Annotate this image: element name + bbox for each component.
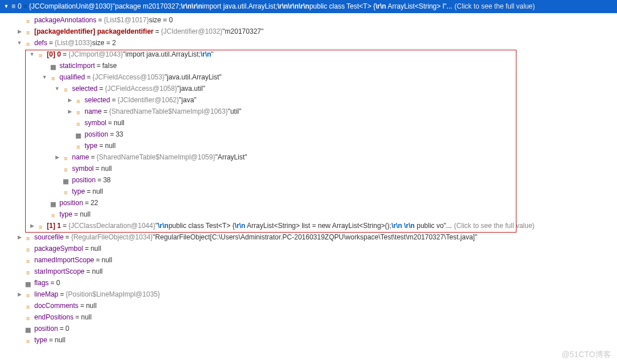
field-icon xyxy=(24,28,32,35)
field-icon xyxy=(24,234,32,241)
tree-row[interactable]: ▶[packageIdentifier] packageIdentifier =… xyxy=(0,26,617,37)
field-name: name xyxy=(85,106,102,117)
tree-row[interactable]: position = 38 xyxy=(0,174,617,186)
tree-row[interactable]: endPositions = null xyxy=(0,311,617,323)
tree-row[interactable]: namedImportScope = null xyxy=(0,254,617,266)
tree-row[interactable]: symbol = null xyxy=(0,163,617,174)
tree-row[interactable]: ▼qualified = {JCFieldAccess@1053} "java.… xyxy=(0,71,617,83)
field-name: type xyxy=(85,141,98,151)
field-icon xyxy=(74,97,82,103)
equals-sign: = xyxy=(75,312,79,323)
equals-sign: = xyxy=(60,289,64,300)
expand-toggle[interactable]: ▶ xyxy=(54,153,61,161)
tree-row[interactable]: ▼[0] 0 = {JCImport@1043} "import java.ut… xyxy=(0,49,617,60)
equals-sign: = xyxy=(85,243,89,254)
field-name: namedImportScope xyxy=(34,255,94,266)
field-icon xyxy=(49,211,57,218)
collapse-toggle[interactable]: ▼ xyxy=(54,85,61,93)
expand-toggle[interactable]: ▶ xyxy=(66,96,73,104)
field-value: false xyxy=(102,61,117,71)
field-value: 38 xyxy=(103,175,110,186)
field-name: selected xyxy=(85,95,110,106)
equals-sign: = xyxy=(85,198,89,209)
field-value: 33 xyxy=(115,129,123,140)
tree-row[interactable]: type = null xyxy=(0,140,617,151)
tree-row[interactable]: flags = 0 xyxy=(0,277,617,289)
equals-sign: = xyxy=(63,49,67,60)
tree-row[interactable]: position = 0 xyxy=(0,323,617,334)
field-name: position xyxy=(85,129,108,140)
tree-row[interactable]: ▶name = {SharedNameTable$NameImpl@1063} … xyxy=(0,106,617,117)
equals-sign: = xyxy=(59,323,63,334)
field-name: type xyxy=(34,335,47,346)
collapse-toggle[interactable]: ▼ xyxy=(16,39,23,47)
tree-body: packageAnnotations = {List$1@1017} size … xyxy=(0,13,617,347)
tree-row[interactable]: ▶lineMap = {Position$LineMapImpl@1035} xyxy=(0,289,617,300)
tree-row[interactable]: type = null xyxy=(0,334,617,346)
field-value: null xyxy=(55,335,66,346)
tree-row[interactable]: ▶[1] 1 = {JCClassDeclaration@1044} "\r\n… xyxy=(0,220,617,231)
field-value: null xyxy=(86,301,97,311)
root-value: "package m20170327;\r\n\r\nimport java.u… xyxy=(113,1,452,12)
expand-toggle[interactable]: ▶ xyxy=(66,107,73,115)
tree-row[interactable]: ▼defs = {List@1033} size = 2 xyxy=(0,37,617,49)
object-ref: {JCImport@1043} xyxy=(69,49,123,60)
expand-toggle[interactable]: ▼ xyxy=(3,2,9,10)
field-value: "java.util" xyxy=(177,83,205,94)
full-value-hint[interactable]: (Click to see the full value) xyxy=(455,1,535,12)
field-value: "import java.util.ArrayList;\r\n" xyxy=(123,49,214,60)
field-name: symbol xyxy=(85,118,106,129)
tree-row[interactable]: type = null xyxy=(0,186,617,197)
collapse-toggle[interactable]: ▼ xyxy=(41,73,48,81)
field-value: "m20170327" xyxy=(222,26,263,37)
object-ref: {List$1@1017} xyxy=(104,15,149,26)
tree-row[interactable]: ▶selected = {JCIdentifier@1062} "java" xyxy=(0,94,617,106)
expand-toggle[interactable]: ▶ xyxy=(16,290,23,298)
field-name: staticImport xyxy=(59,61,95,71)
tree-row[interactable]: type = null xyxy=(0,209,617,220)
equals-sign: = xyxy=(23,1,27,12)
field-name: position xyxy=(72,175,95,186)
field-name: starImportScope xyxy=(34,266,85,277)
tree-row[interactable]: staticImport = false xyxy=(0,60,617,71)
full-value-hint[interactable]: (Click to see the full value) xyxy=(454,221,535,231)
tree-row[interactable]: ▶name = {SharedNameTable$NameImpl@1059} … xyxy=(0,151,617,163)
equals-sign: = xyxy=(97,61,101,71)
object-ref: {Position$LineMapImpl@1035} xyxy=(66,289,160,300)
field-value: 22 xyxy=(90,198,98,209)
object-ref: {SharedNameTable$NameImpl@1063} xyxy=(109,106,228,117)
field-value: "RegularFileObject[C:\Users\Administrato… xyxy=(153,232,477,243)
collapse-toggle[interactable]: ▼ xyxy=(29,50,35,58)
field-name: type xyxy=(72,186,85,197)
tree-root-row[interactable]: ▼ ≡ 0 = {JCCompilationUnit@1030} "packag… xyxy=(0,0,617,13)
expand-toggle[interactable]: ▶ xyxy=(29,222,35,230)
field-icon xyxy=(24,268,32,275)
tree-row[interactable]: ▼selected = {JCFieldAccess@1058} "java.u… xyxy=(0,83,617,94)
field-value: 0 xyxy=(65,323,69,334)
equals-sign: = xyxy=(112,95,116,106)
equals-sign: = xyxy=(80,301,84,311)
field-value: size = 0 xyxy=(149,15,173,26)
tree-row[interactable]: symbol = null xyxy=(0,117,617,129)
tree-row[interactable]: packageSymbol = null xyxy=(0,243,617,254)
equals-sign: = xyxy=(110,129,114,140)
equals-sign: = xyxy=(87,72,91,83)
field-name: type xyxy=(59,209,73,220)
field-value: "util" xyxy=(228,106,242,117)
primitive-icon xyxy=(62,177,70,183)
tree-row[interactable]: packageAnnotations = {List$1@1017} size … xyxy=(0,14,617,26)
tree-row[interactable]: position = 33 xyxy=(0,129,617,140)
equals-sign: = xyxy=(103,106,107,117)
field-value: "\r\npublic class Test<T> {\r\n ArrayLis… xyxy=(155,221,452,231)
tree-row[interactable]: ▶sourcefile = {RegularFileObject@1034} "… xyxy=(0,231,617,243)
expand-toggle[interactable]: ▶ xyxy=(16,233,23,241)
field-icon xyxy=(37,51,45,58)
tree-row[interactable]: docComments = null xyxy=(0,300,617,311)
tree-row[interactable]: starImportScope = null xyxy=(0,266,617,277)
field-value: 0 xyxy=(56,278,60,289)
root-ref: {JCCompilationUnit@1030} xyxy=(29,1,113,12)
field-icon xyxy=(62,188,70,195)
field-value: null xyxy=(105,141,116,151)
expand-toggle[interactable]: ▶ xyxy=(16,27,23,35)
tree-row[interactable]: position = 22 xyxy=(0,197,617,209)
